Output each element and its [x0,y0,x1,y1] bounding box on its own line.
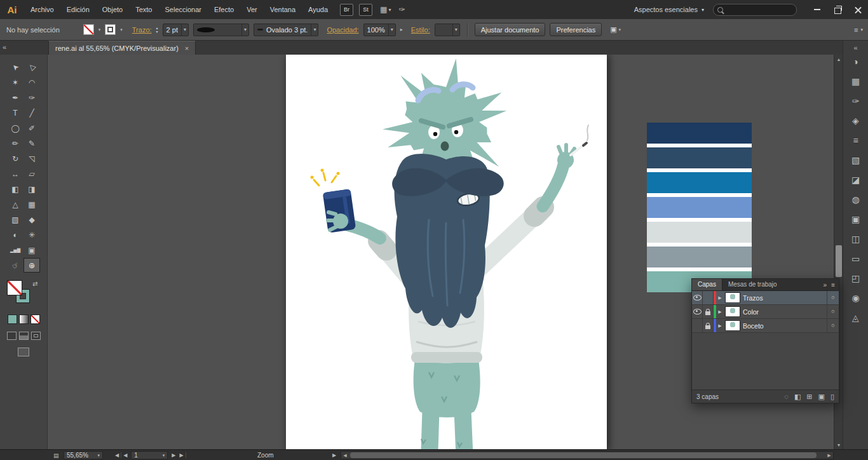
new-layer-icon[interactable]: ▣ [818,393,825,401]
visibility-toggle[interactable] [692,291,703,304]
draw-inside-icon[interactable] [31,332,41,340]
layer-thumbnail[interactable] [725,306,740,317]
fill-dropdown-icon[interactable]: ▾ [98,27,101,32]
shape-builder-tool[interactable]: ◧ [7,182,24,196]
swap-fill-stroke-icon[interactable]: ⇄ [32,280,37,287]
navigator-panel-icon[interactable]: ◬ [848,310,864,325]
minimize-button[interactable] [807,0,827,19]
palette-swatch[interactable] [647,147,752,168]
first-artboard-icon[interactable]: ◀ [113,452,121,458]
expand-panels-icon[interactable]: « [843,41,868,54]
direct-selection-tool[interactable]: ▷ [24,60,40,74]
visibility-toggle[interactable] [692,319,703,332]
menu-ayuda[interactable]: Ayuda [302,0,334,19]
live-paint-tool[interactable]: ◨ [24,182,40,196]
previous-artboard-icon[interactable]: ◀ [121,452,129,458]
close-button[interactable] [848,0,868,19]
fill-swatch[interactable] [7,280,22,295]
cs-live-icon[interactable]: ✑ [398,5,405,14]
target-circle-icon[interactable]: ○ [827,291,839,304]
free-transform-tool[interactable]: ▱ [24,166,40,181]
draw-normal-icon[interactable] [7,332,17,340]
horizontal-scroll-thumb[interactable] [350,452,817,458]
scroll-left-icon[interactable]: ◀ [341,452,349,459]
symbols-panel-icon[interactable]: ◈ [848,113,864,128]
brushes-panel-icon[interactable]: ✑ [848,93,864,109]
fit-document-button[interactable]: Ajustar documento [475,23,546,36]
expand-row-icon[interactable]: ▶ [716,323,724,328]
arrange-documents-icon[interactable]: ▦ ▾ [380,5,391,14]
menu-archivo[interactable]: Archivo [24,0,60,19]
width-tool[interactable]: ↔ [7,166,24,181]
zoom-level-combo[interactable]: 55,65% ▾ [64,451,103,459]
palette-swatch[interactable] [647,197,752,218]
curvature-pen-tool[interactable]: ✑ [24,90,40,105]
color-panel-icon[interactable]: ◑ [848,54,864,69]
opacity-panel-icon[interactable]: ▸ [400,27,403,32]
new-sublayer-icon[interactable]: ⊞ [806,393,812,401]
opacity-label[interactable]: Opacidad: [327,26,358,34]
lock-toggle[interactable] [703,305,714,318]
select-similar-control[interactable]: ▣ ▾ [610,25,621,34]
locate-object-icon[interactable]: ◌ [784,393,789,400]
line-segment-tool[interactable]: ╱ [24,105,40,120]
opacity-combo[interactable]: 100% ▾ [363,24,396,36]
stock-button[interactable]: St [359,4,372,16]
dropdown-icon[interactable]: ▾ [311,24,316,36]
transparency-panel-icon[interactable]: ◪ [848,172,864,187]
appearance-panel-icon[interactable]: ◍ [848,192,864,207]
panel-collapse-icon[interactable]: » [824,281,827,288]
draw-behind-icon[interactable] [19,332,29,340]
tab-mesas-de-trabajo[interactable]: Mesas de trabajo [722,279,783,290]
dropdown-icon[interactable]: ▾ [452,24,458,36]
horizontal-scrollbar[interactable]: ◀ ▶ [341,451,834,459]
stroke-weight-combo[interactable]: 2 pt ▾ [163,24,189,36]
layer-row-trazos[interactable]: ▶Trazos○ [692,291,839,305]
last-artboard-icon[interactable]: ▶ [177,452,186,458]
scroll-up-icon[interactable]: ▲ [834,55,843,64]
target-circle-icon[interactable]: ○ [827,319,839,332]
gradient-tool[interactable]: ▧ [7,212,24,227]
menu-texto[interactable]: Texto [129,0,158,19]
delete-layer-icon[interactable]: ▯ [831,393,834,401]
pencil-tool[interactable]: ✏ [7,136,24,151]
color-button[interactable] [8,315,17,324]
type-tool[interactable]: T [7,105,24,120]
dropdown-icon[interactable]: ▾ [241,24,247,36]
menu-edicio-n[interactable]: Edición [60,0,96,19]
ellipse-tool[interactable]: ◯ [7,121,24,135]
layer-thumbnail[interactable] [725,292,740,303]
layer-thumbnail[interactable] [725,320,740,331]
bridge-button[interactable]: Br [340,4,353,16]
status-expand-icon[interactable]: ▶ [330,451,338,459]
expand-row-icon[interactable]: ▶ [716,295,724,301]
swatches-panel-icon[interactable]: ▦ [848,74,864,89]
lock-toggle[interactable] [703,319,714,332]
dropdown-icon[interactable]: ▾ [388,24,393,36]
artboard[interactable] [286,55,607,449]
pathfinder-panel-icon[interactable]: ◉ [848,290,864,306]
blend-tool[interactable]: ◐ [7,227,24,242]
menu-seleccionar[interactable]: Seleccionar [158,0,207,19]
style-label[interactable]: Estilo: [411,26,430,34]
menu-ver[interactable]: Ver [240,0,264,19]
palette-swatch[interactable] [647,172,752,193]
shaper-tool[interactable]: ✎ [24,136,40,151]
dropdown-icon[interactable]: ▾ [181,24,186,36]
layers-panel-icon[interactable]: ◫ [848,231,864,247]
preferences-button[interactable]: Preferencias [550,23,602,36]
width-profile-combo[interactable]: ▾ [193,24,249,36]
menu-efecto[interactable]: Efecto [208,0,240,19]
stroke-panel-icon[interactable]: ≡ [848,133,864,148]
perspective-grid-tool[interactable]: △ [7,197,24,212]
lasso-tool[interactable]: ◠ [24,75,40,90]
none-button[interactable] [31,315,40,324]
menu-ventana[interactable]: Ventana [264,0,302,19]
search-input[interactable] [713,4,797,16]
rotate-tool[interactable]: ↻ [7,151,24,166]
layer-row-boceto[interactable]: ▶Boceto○ [692,319,839,333]
hand-tool[interactable]: ☞ [7,258,24,273]
palette-swatch[interactable] [647,247,752,267]
spin-down-icon[interactable]: ▾ [156,30,158,34]
gradient-panel-icon[interactable]: ▧ [848,152,864,168]
